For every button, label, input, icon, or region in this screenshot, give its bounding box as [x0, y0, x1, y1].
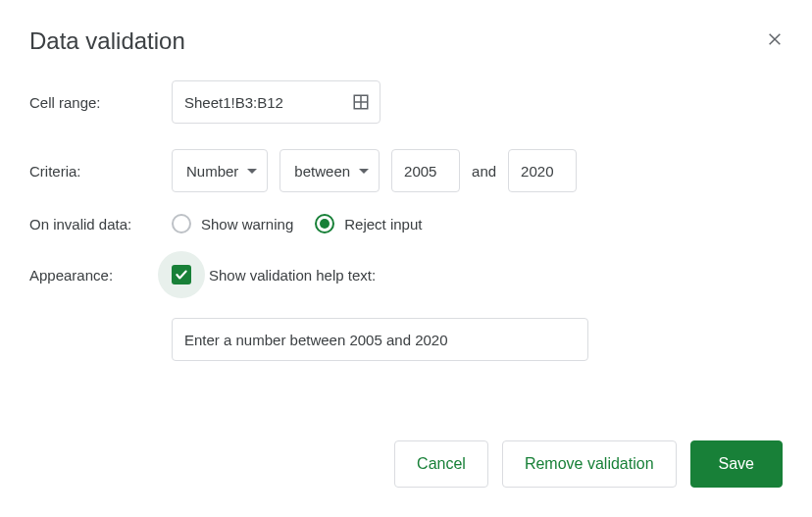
criteria-operator-label: between	[294, 163, 350, 180]
checkbox-ripple	[158, 251, 205, 298]
radio-show-warning-label: Show warning	[201, 216, 293, 233]
radio-reject-input[interactable]: Reject input	[315, 214, 422, 233]
show-help-text-checkbox[interactable]	[172, 265, 191, 284]
criteria-row: Criteria: Number between and	[29, 149, 783, 192]
on-invalid-radio-group: Show warning Reject input	[172, 214, 422, 233]
help-text-input[interactable]	[172, 318, 588, 361]
and-text: and	[472, 163, 496, 180]
remove-validation-button[interactable]: Remove validation	[502, 440, 677, 488]
radio-reject-input-label: Reject input	[344, 216, 422, 233]
appearance-row: Appearance: Show validation help text:	[29, 251, 783, 298]
close-icon[interactable]	[767, 31, 783, 47]
criteria-operator-dropdown[interactable]: between	[279, 149, 380, 192]
button-row: Cancel Remove validation Save	[394, 440, 783, 488]
dialog-header: Data validation	[29, 27, 783, 55]
criteria-group: Number between and	[172, 149, 577, 192]
grid-icon[interactable]	[352, 93, 370, 111]
help-text-row	[172, 318, 783, 361]
dialog-title: Data validation	[29, 27, 185, 55]
radio-checked-icon	[315, 214, 334, 233]
cell-range-input[interactable]: Sheet1!B3:B12	[172, 80, 381, 124]
appearance-label: Appearance:	[29, 267, 172, 284]
cell-range-value: Sheet1!B3:B12	[184, 94, 283, 111]
cancel-button[interactable]: Cancel	[394, 440, 488, 488]
radio-show-warning[interactable]: Show warning	[172, 214, 293, 233]
on-invalid-label: On invalid data:	[29, 216, 172, 233]
show-help-text-label: Show validation help text:	[209, 267, 376, 284]
criteria-max-input[interactable]	[508, 149, 577, 192]
cell-range-label: Cell range:	[29, 94, 172, 111]
radio-unchecked-icon	[172, 214, 191, 233]
data-validation-dialog: Data validation Cell range: Sheet1!B3:B1…	[0, 0, 812, 388]
on-invalid-row: On invalid data: Show warning Reject inp…	[29, 214, 783, 233]
criteria-min-input[interactable]	[391, 149, 460, 192]
criteria-type-label: Number	[186, 163, 238, 180]
caret-down-icon	[359, 169, 369, 174]
criteria-type-dropdown[interactable]: Number	[172, 149, 268, 192]
caret-down-icon	[247, 169, 257, 174]
cell-range-row: Cell range: Sheet1!B3:B12	[29, 80, 783, 124]
criteria-label: Criteria:	[29, 163, 172, 180]
save-button[interactable]: Save	[690, 440, 783, 488]
